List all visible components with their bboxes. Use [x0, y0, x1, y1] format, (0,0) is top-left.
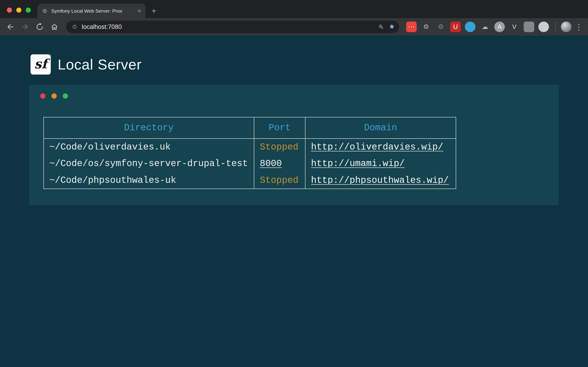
- domain-link[interactable]: http://phpsouthwales.wip/: [311, 175, 449, 186]
- gray-square-extension-icon[interactable]: [524, 22, 534, 32]
- browser-menu-icon[interactable]: ⋮: [574, 22, 584, 31]
- port-status: Stopped: [260, 142, 298, 152]
- bookmark-star-icon[interactable]: [388, 23, 396, 31]
- column-header-port: Port: [254, 117, 305, 139]
- toolbar-divider: [555, 23, 556, 31]
- cloud-extension-icon[interactable]: ☁: [480, 22, 490, 32]
- page-title: Local Server: [58, 56, 142, 73]
- browser-tab[interactable]: Symfony Local Web Server: Prox ×: [37, 4, 145, 18]
- window-zoom-button[interactable]: [26, 8, 31, 13]
- browser-toolbar: localhost:7080 ⋯⚙⚙U☁AV ⋮: [0, 18, 588, 35]
- symfony-logo-glyph: sf: [34, 56, 47, 71]
- column-header-directory: Directory: [44, 117, 254, 139]
- directory-cell: ~/Code/phpsouthwales-uk: [44, 172, 254, 189]
- red-dots-extension-icon[interactable]: ⋯: [406, 22, 417, 32]
- table-header-row: Directory Port Domain: [44, 117, 456, 139]
- symfony-logo: sf: [31, 54, 51, 75]
- letter-v-extension-icon[interactable]: V: [509, 22, 519, 32]
- blue-circle-extension-icon[interactable]: [465, 22, 476, 32]
- server-card: Directory Port Domain ~/Code/oliverdavie…: [29, 85, 559, 205]
- zoom-icon[interactable]: [378, 23, 384, 30]
- ublock-extension-icon[interactable]: U: [450, 22, 461, 32]
- card-dot-orange: [52, 93, 57, 99]
- card-dot-green: [63, 93, 68, 99]
- reload-icon[interactable]: [34, 21, 46, 33]
- site-info-icon[interactable]: [71, 23, 78, 30]
- tab-strip: Symfony Local Web Server: Prox × +: [0, 0, 588, 18]
- port-status: Stopped: [260, 175, 298, 186]
- back-icon[interactable]: [4, 21, 17, 33]
- port-link[interactable]: 8000: [260, 158, 282, 169]
- directory-cell: ~/Code/oliverdavies.uk: [44, 139, 254, 155]
- tab-title: Symfony Local Web Server: Prox: [51, 8, 134, 14]
- domain-link[interactable]: http://umami.wip/: [311, 158, 405, 169]
- window-close-button[interactable]: [7, 8, 12, 13]
- letter-a-extension-icon[interactable]: A: [494, 22, 505, 32]
- profile-avatar[interactable]: [561, 22, 571, 32]
- tab-close-icon[interactable]: ×: [138, 8, 141, 14]
- directory-cell: ~/Code/os/symfony-server-drupal-test: [44, 155, 254, 172]
- brand-header: sf Local Server: [0, 35, 588, 75]
- github-extension-icon[interactable]: [538, 22, 549, 32]
- page-content: sf Local Server Directory Port Domain ~/…: [0, 35, 588, 367]
- column-header-domain: Domain: [305, 117, 456, 139]
- window-controls: [7, 8, 31, 13]
- servers-table: Directory Port Domain ~/Code/oliverdavie…: [43, 117, 456, 189]
- gear-extension-icon[interactable]: ⚙: [421, 22, 431, 32]
- home-icon[interactable]: [48, 21, 61, 33]
- table-row: ~/Code/os/symfony-server-drupal-test 800…: [44, 155, 456, 172]
- url-text[interactable]: localhost:7080: [82, 23, 374, 31]
- new-tab-button[interactable]: +: [149, 6, 159, 16]
- table-row: ~/Code/oliverdavies.uk Stopped http://ol…: [44, 139, 456, 155]
- window-minimize-button[interactable]: [16, 8, 21, 13]
- table-row: ~/Code/phpsouthwales-uk Stopped http://p…: [44, 172, 456, 189]
- browser-chrome: Symfony Local Web Server: Prox × +: [0, 0, 588, 35]
- address-bar[interactable]: localhost:7080: [66, 21, 399, 33]
- globe-favicon-icon: [42, 8, 48, 14]
- domain-link[interactable]: http://oliverdavies.wip/: [311, 142, 443, 152]
- card-dot-red: [40, 93, 45, 99]
- forward-icon: [19, 21, 31, 33]
- extensions: ⋯⚙⚙U☁AV: [406, 22, 549, 32]
- gear-dark-extension-icon[interactable]: ⚙: [435, 22, 446, 32]
- card-window-dots: [40, 93, 559, 99]
